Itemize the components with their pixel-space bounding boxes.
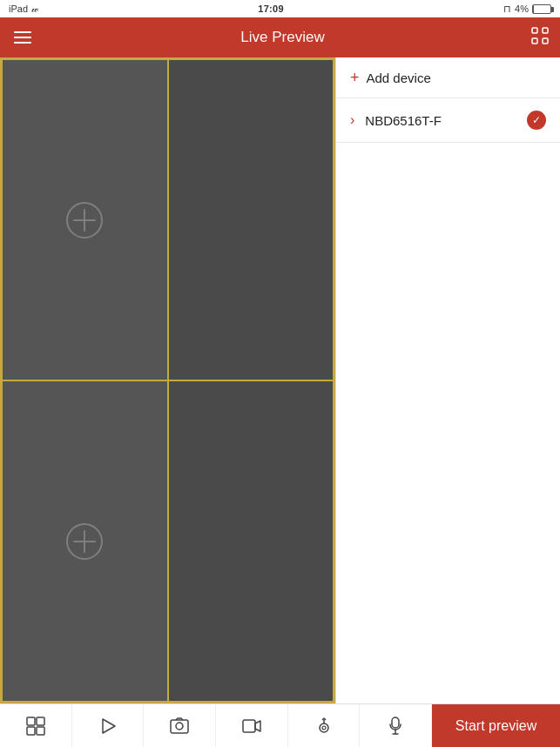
svg-rect-11 xyxy=(37,717,44,725)
camera-cell-3[interactable] xyxy=(2,380,168,702)
svg-point-20 xyxy=(322,726,326,730)
menu-button[interactable] xyxy=(10,28,35,47)
camera-cell-2[interactable] xyxy=(168,59,334,380)
grid-view-button[interactable] xyxy=(0,704,72,747)
svg-rect-1 xyxy=(543,28,548,33)
add-camera-icon-1 xyxy=(65,201,104,239)
svg-marker-18 xyxy=(255,721,260,731)
add-device-button[interactable]: + Add device xyxy=(336,57,560,98)
chevron-icon: › xyxy=(350,112,354,128)
bottom-toolbar: Start preview xyxy=(0,703,560,747)
talk-button[interactable] xyxy=(360,704,432,747)
device-panel: + Add device › NBD6516T-F xyxy=(335,57,560,703)
battery-icon: ⊓ xyxy=(503,3,511,15)
battery-graphic xyxy=(532,4,551,14)
start-preview-button[interactable]: Start preview xyxy=(432,704,560,747)
device-name: NBD6516T-F xyxy=(365,113,520,128)
clock: 17:09 xyxy=(258,3,284,14)
svg-rect-17 xyxy=(243,720,255,732)
wifi-icon: 𝓌 xyxy=(31,3,38,15)
device-label: iPad xyxy=(9,3,28,14)
add-device-label: Add device xyxy=(367,71,431,85)
status-bar: iPad 𝓌 17:09 ⊓ 4% xyxy=(0,0,560,17)
device-selected-indicator xyxy=(527,111,546,130)
main-content: + Add device › NBD6516T-F xyxy=(0,57,560,703)
play-button[interactable] xyxy=(72,704,145,747)
svg-marker-14 xyxy=(103,719,115,733)
record-button[interactable] xyxy=(216,704,288,747)
start-preview-label: Start preview xyxy=(455,718,536,734)
svg-rect-10 xyxy=(27,717,35,725)
snapshot-button[interactable] xyxy=(144,704,216,747)
svg-point-16 xyxy=(176,723,183,730)
expand-button[interactable] xyxy=(530,26,550,49)
camera-grid xyxy=(0,57,335,703)
svg-point-19 xyxy=(320,723,328,732)
ptz-button[interactable] xyxy=(288,704,361,747)
page-title: Live Preview xyxy=(240,29,324,46)
svg-rect-2 xyxy=(532,38,537,44)
svg-rect-0 xyxy=(532,28,537,33)
header: Live Preview xyxy=(0,17,560,57)
camera-cell-1[interactable] xyxy=(2,59,168,380)
svg-rect-3 xyxy=(543,38,548,44)
add-camera-icon-3 xyxy=(65,522,104,561)
plus-icon: + xyxy=(350,70,360,85)
battery-pct: 4% xyxy=(515,3,529,14)
camera-cell-4[interactable] xyxy=(168,380,334,702)
svg-rect-13 xyxy=(37,727,44,735)
device-item-0[interactable]: › NBD6516T-F xyxy=(336,98,560,143)
svg-rect-12 xyxy=(27,727,35,735)
